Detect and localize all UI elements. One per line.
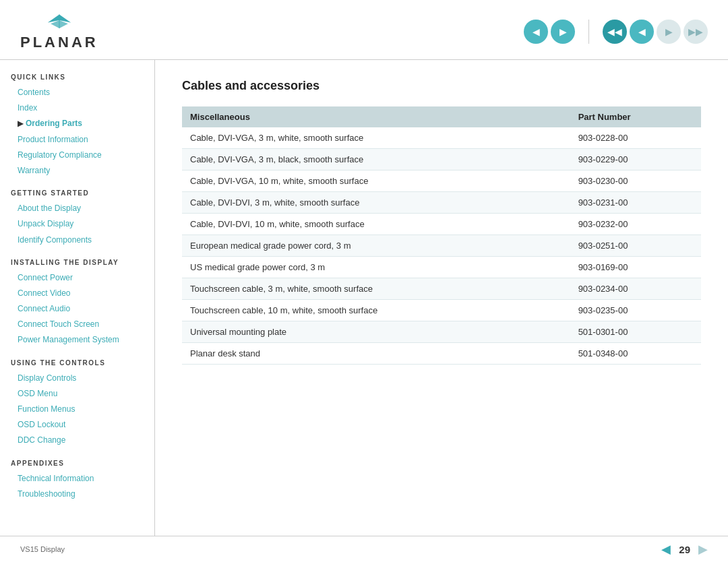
table-row: Universal mounting plate501-0301-00 — [182, 321, 701, 343]
table-row: Cable, DVI-VGA, 10 m, white, smooth surf… — [182, 170, 701, 192]
page-title: Cables and accessories — [182, 79, 701, 93]
sidebar-link[interactable]: Product Information — [11, 132, 144, 148]
sidebar-section-title: Using the Controls — [11, 359, 144, 367]
sidebar-link-label: Warranty — [18, 164, 50, 177]
table-cell-part-number: 903-0232-00 — [570, 214, 701, 235]
sidebar-link[interactable]: Display Controls — [11, 371, 144, 386]
content-area: Cables and accessories Miscellaneous Par… — [155, 60, 728, 536]
nav-prev-button[interactable]: ◀ — [524, 20, 548, 44]
table-cell-description: Universal mounting plate — [182, 321, 570, 343]
header: PLANAR ◀ ▶ ◀◀ ◀ ▶ ▶▶ — [0, 0, 728, 60]
sidebar-link-label: Technical Information — [18, 472, 94, 485]
nav-last-button[interactable]: ▶▶ — [684, 20, 708, 44]
col-miscellaneous-header: Miscellaneous — [182, 106, 570, 127]
table-cell-description: Cable, DVI-VGA, 3 m, black, smooth surfa… — [182, 149, 570, 170]
table-row: Touchscreen cable, 10 m, white, smooth s… — [182, 300, 701, 321]
sidebar-link-label: About the Display — [18, 202, 81, 215]
footer-prev-button[interactable]: ◀ — [661, 542, 671, 557]
table-cell-description: Cable, DVI-VGA, 10 m, white, smooth surf… — [182, 170, 570, 192]
sidebar-link[interactable]: Technical Information — [11, 471, 144, 487]
table-cell-description: Cable, DVI-VGA, 3 m, white, smooth surfa… — [182, 127, 570, 149]
table-cell-description: Touchscreen cable, 3 m, white, smooth su… — [182, 278, 570, 300]
nav-next-button[interactable]: ▶ — [551, 20, 575, 44]
table-row: Cable, DVI-VGA, 3 m, white, smooth surfa… — [182, 127, 701, 149]
sidebar-link-label: Index — [18, 102, 37, 115]
table-row: Cable, DVI-DVI, 3 m, white, smooth surfa… — [182, 192, 701, 214]
logo-text: PLANAR — [20, 34, 98, 51]
sidebar-link[interactable]: Index — [11, 100, 144, 116]
sidebar-link[interactable]: Connect Power — [11, 270, 144, 286]
sidebar-link[interactable]: Function Menus — [11, 402, 144, 417]
nav-group-primary: ◀ ▶ — [524, 20, 575, 44]
sidebar-link-label: OSD Lockout — [18, 418, 65, 431]
sidebar-link[interactable]: Connect Audio — [11, 301, 144, 317]
table-row: Planar desk stand501-0348-00 — [182, 343, 701, 365]
planar-logo-icon — [39, 12, 80, 32]
sidebar-link-label: Product Information — [18, 133, 88, 146]
table-cell-part-number: 903-0231-00 — [570, 192, 701, 214]
accessories-table: Miscellaneous Part Number Cable, DVI-VGA… — [182, 106, 701, 365]
sidebar-link-label: Connect Power — [18, 272, 73, 284]
table-cell-part-number: 903-0235-00 — [570, 300, 701, 321]
table-cell-description: Cable, DVI-DVI, 10 m, white, smooth surf… — [182, 214, 570, 235]
table-cell-part-number: 903-0228-00 — [570, 127, 701, 149]
sidebar-link[interactable]: Connect Video — [11, 286, 144, 301]
sidebar-link[interactable]: Contents — [11, 85, 144, 100]
sidebar-link-label: Ordering Parts — [26, 117, 82, 130]
footer-nav: ◀ 29 ▶ — [661, 542, 708, 557]
sidebar-link[interactable]: DDC Change — [11, 433, 144, 448]
table-cell-part-number: 903-0229-00 — [570, 149, 701, 170]
table-cell-description: Touchscreen cable, 10 m, white, smooth s… — [182, 300, 570, 321]
sidebar-link[interactable]: ▶ Ordering Parts — [11, 116, 144, 131]
sidebar-link[interactable]: Connect Touch Screen — [11, 317, 144, 332]
sidebar-link[interactable]: Unpack Display — [11, 216, 144, 232]
sidebar-section-title: Quick Links — [11, 73, 144, 81]
sidebar-section-title: Getting Started — [11, 189, 144, 197]
table-cell-description: US medical grade power cord, 3 m — [182, 257, 570, 278]
nav-prev2-button[interactable]: ◀ — [630, 20, 654, 44]
table-cell-part-number: 501-0348-00 — [570, 343, 701, 365]
table-row: Cable, DVI-DVI, 10 m, white, smooth surf… — [182, 214, 701, 235]
sidebar-section-title: Installing the Display — [11, 259, 144, 266]
logo-area: PLANAR — [20, 12, 98, 51]
table-row: Touchscreen cable, 3 m, white, smooth su… — [182, 278, 701, 300]
sidebar-link[interactable]: Identify Components — [11, 232, 144, 248]
sidebar-link-label: Identify Components — [18, 234, 92, 247]
main-layout: Quick LinksContentsIndex▶ Ordering Parts… — [0, 60, 728, 536]
sidebar-link-label: Troubleshooting — [18, 488, 75, 501]
sidebar-link[interactable]: Troubleshooting — [11, 487, 144, 502]
sidebar-link-label: Contents — [18, 86, 50, 99]
footer-next-button[interactable]: ▶ — [698, 542, 708, 557]
table-row: US medical grade power cord, 3 m903-0169… — [182, 257, 701, 278]
table-cell-part-number: 903-0169-00 — [570, 257, 701, 278]
table-row: Cable, DVI-VGA, 3 m, black, smooth surfa… — [182, 149, 701, 170]
nav-divider — [588, 20, 589, 44]
nav-group-secondary: ◀◀ ◀ ▶ ▶▶ — [603, 20, 708, 44]
nav-next2-button[interactable]: ▶ — [657, 20, 681, 44]
table-header-row: Miscellaneous Part Number — [182, 106, 701, 127]
table-cell-part-number: 501-0301-00 — [570, 321, 701, 343]
table-cell-description: Planar desk stand — [182, 343, 570, 365]
nav-buttons: ◀ ▶ ◀◀ ◀ ▶ ▶▶ — [524, 20, 708, 44]
table-cell-part-number: 903-0251-00 — [570, 235, 701, 257]
table-body: Cable, DVI-VGA, 3 m, white, smooth surfa… — [182, 127, 701, 365]
table-cell-part-number: 903-0230-00 — [570, 170, 701, 192]
sidebar-link-label: Display Controls — [18, 372, 76, 385]
table-cell-description: European medical grade power cord, 3 m — [182, 235, 570, 257]
sidebar-link-label: Power Management System — [18, 334, 119, 346]
sidebar-link-label: Regulatory Compliance — [18, 149, 102, 162]
sidebar-link-label: OSD Menu — [18, 387, 57, 400]
sidebar-link[interactable]: Power Management System — [11, 332, 144, 348]
sidebar-arrow-icon: ▶ — [18, 118, 23, 130]
sidebar-link-label: Function Menus — [18, 403, 75, 416]
sidebar-link[interactable]: Regulatory Compliance — [11, 148, 144, 163]
sidebar-link[interactable]: OSD Lockout — [11, 417, 144, 433]
sidebar-link[interactable]: OSD Menu — [11, 386, 144, 402]
nav-first-button[interactable]: ◀◀ — [603, 20, 627, 44]
footer-label: VS15 Display — [20, 545, 65, 553]
sidebar-link-label: Connect Touch Screen — [18, 318, 99, 331]
sidebar-link[interactable]: Warranty — [11, 163, 144, 179]
footer-page-number: 29 — [679, 544, 690, 555]
sidebar-link[interactable]: About the Display — [11, 201, 144, 216]
sidebar-link-label: DDC Change — [18, 434, 65, 447]
